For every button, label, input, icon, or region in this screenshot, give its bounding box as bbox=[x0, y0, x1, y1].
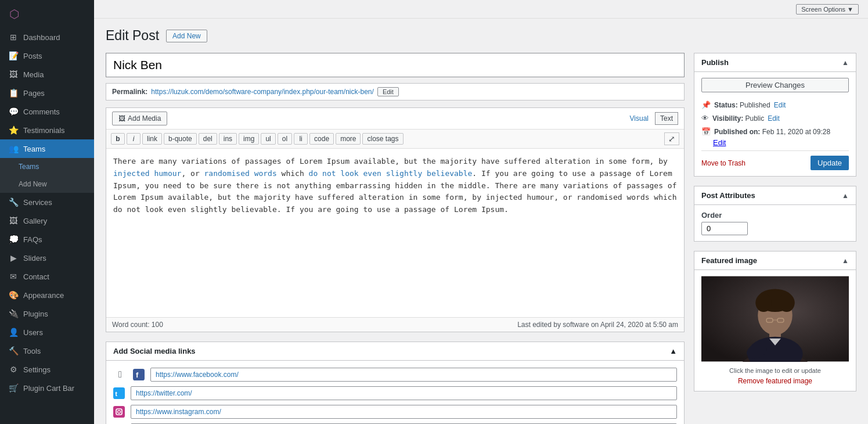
permalink-edit-button[interactable]: Edit bbox=[377, 87, 399, 96]
side-column: Publish ▲ Preview Changes 📌 Status: Publ… bbox=[694, 53, 856, 424]
bold-button[interactable]: b bbox=[111, 133, 125, 145]
featured-image-chevron-icon: ▲ bbox=[842, 257, 849, 265]
twitter-input[interactable] bbox=[131, 386, 677, 400]
sidebar-item-posts[interactable]: 📝 Posts bbox=[0, 46, 94, 65]
social-media-header[interactable]: Add Social media links ▲ bbox=[106, 342, 684, 361]
teams-submenu: Teams Add New bbox=[0, 158, 94, 193]
add-media-icon: 🖼 bbox=[118, 114, 125, 123]
status-row: 📌 Status: Published Edit bbox=[701, 98, 849, 112]
pages-icon: 📋 bbox=[8, 88, 19, 98]
view-tabs: Visual Text bbox=[625, 112, 678, 125]
close-tags-button[interactable]: close tags bbox=[362, 133, 403, 145]
social-media-content:  f t P bbox=[106, 361, 684, 424]
sidebar-item-settings[interactable]: ⚙ Settings bbox=[0, 360, 94, 379]
move-to-trash-link[interactable]: Move to Trash bbox=[701, 159, 745, 167]
topbar: Screen Options ▼ bbox=[94, 0, 868, 19]
update-button[interactable]: Update bbox=[811, 156, 849, 170]
instagram-input[interactable] bbox=[131, 405, 677, 419]
publish-panel-title: Publish bbox=[701, 58, 729, 67]
sidebar-item-contact[interactable]: ✉ Contact bbox=[0, 267, 94, 286]
svg-rect-4 bbox=[113, 406, 125, 418]
preview-changes-button[interactable]: Preview Changes bbox=[701, 78, 849, 92]
editor-toolbar-top: 🖼 Add Media Visual Text bbox=[106, 108, 684, 130]
text-tab[interactable]: Text bbox=[655, 112, 678, 125]
sidebar: ⬡ ⊞ Dashboard 📝 Posts 🖼 Media 📋 Pages 💬 … bbox=[0, 0, 94, 424]
instagram-svg-icon bbox=[113, 406, 125, 418]
sidebar-logo: ⬡ bbox=[0, 0, 94, 28]
svg-text:t: t bbox=[115, 390, 117, 397]
editor-footer: Word count: 100 Last edited by software … bbox=[106, 317, 684, 332]
more-button[interactable]: more bbox=[336, 133, 361, 145]
publish-chevron-icon: ▲ bbox=[842, 59, 849, 67]
post-attributes-title: Post Attributes bbox=[701, 191, 755, 200]
post-attributes-content: Order bbox=[694, 205, 856, 241]
sidebar-item-testimonials[interactable]: ⭐ Testimonials bbox=[0, 121, 94, 139]
featured-image-description: Click the image to edit or update bbox=[701, 367, 849, 374]
ins-button[interactable]: ins bbox=[219, 133, 237, 145]
order-input[interactable] bbox=[701, 222, 748, 235]
permalink-url[interactable]: https://luzuk.com/demo/software-company/… bbox=[151, 88, 374, 96]
sidebar-item-gallery[interactable]: 🖼 Gallery bbox=[0, 211, 94, 230]
editor-content[interactable]: There are many variations of passages of… bbox=[106, 149, 684, 317]
ol-button[interactable]: ol bbox=[278, 133, 292, 145]
sidebar-item-sliders[interactable]: ▶ Sliders bbox=[0, 249, 94, 267]
gallery-icon: 🖼 bbox=[8, 216, 19, 225]
page-header: Edit Post Add New bbox=[106, 28, 856, 44]
link-button[interactable]: link bbox=[142, 133, 162, 145]
sidebar-item-dashboard[interactable]: ⊞ Dashboard bbox=[0, 28, 94, 46]
sidebar-item-appearance[interactable]: 🎨 Appearance bbox=[0, 286, 94, 304]
plugins-icon: 🔌 bbox=[8, 309, 19, 318]
cart-icon: 🛒 bbox=[8, 383, 19, 393]
remove-featured-image-link[interactable]: Remove featured image bbox=[738, 377, 812, 385]
svg-point-13 bbox=[755, 293, 772, 312]
featured-image-svg bbox=[701, 276, 849, 362]
sliders-icon: ▶ bbox=[8, 253, 19, 263]
sidebar-item-media[interactable]: 🖼 Media bbox=[0, 65, 94, 84]
settings-icon: ⚙ bbox=[8, 365, 19, 374]
code-button[interactable]: code bbox=[309, 133, 334, 145]
post-attributes-header[interactable]: Post Attributes ▲ bbox=[694, 186, 856, 205]
users-icon: 👤 bbox=[8, 328, 19, 337]
status-icon: 📌 bbox=[701, 100, 711, 109]
del-button[interactable]: del bbox=[199, 133, 217, 145]
visibility-edit-link[interactable]: Edit bbox=[768, 114, 780, 123]
testimonials-icon: ⭐ bbox=[8, 125, 19, 135]
sidebar-item-teams-add-new[interactable]: Add New bbox=[0, 175, 94, 193]
fullscreen-button[interactable]: ⤢ bbox=[664, 132, 679, 145]
featured-image-content: Click the image to edit or update Remove… bbox=[694, 270, 856, 391]
sidebar-item-plugin-cart-bar[interactable]: 🛒 Plugin Cart Bar bbox=[0, 379, 94, 397]
img-button[interactable]: img bbox=[239, 133, 259, 145]
italic-button[interactable]: i bbox=[127, 133, 141, 145]
sidebar-item-tools[interactable]: 🔨 Tools bbox=[0, 342, 94, 360]
add-new-button[interactable]: Add New bbox=[166, 30, 207, 42]
editor-buttons: b i link b-quote del ins img ul ol li co… bbox=[106, 130, 684, 149]
main-column: Permalink: https://luzuk.com/demo/softwa… bbox=[106, 53, 685, 424]
visual-tab[interactable]: Visual bbox=[625, 112, 654, 125]
editor-text: There are many variations of passages of… bbox=[113, 157, 677, 214]
screen-options-button[interactable]: Screen Options ▼ bbox=[796, 4, 859, 15]
sidebar-item-faqs[interactable]: 💭 FAQs bbox=[0, 230, 94, 249]
add-media-button[interactable]: 🖼 Add Media bbox=[112, 112, 167, 125]
sidebar-item-teams-all[interactable]: Teams bbox=[0, 158, 94, 175]
publish-panel: Publish ▲ Preview Changes 📌 Status: Publ… bbox=[694, 53, 856, 177]
svg-point-14 bbox=[779, 293, 795, 312]
ul-button[interactable]: ul bbox=[261, 133, 275, 145]
published-edit-link[interactable]: Edit bbox=[713, 138, 726, 147]
visibility-label: Visibility: Public bbox=[712, 114, 764, 123]
sidebar-item-users[interactable]: 👤 Users bbox=[0, 323, 94, 342]
sidebar-item-pages[interactable]: 📋 Pages bbox=[0, 84, 94, 102]
featured-image-title: Featured image bbox=[701, 256, 757, 265]
sidebar-item-plugins[interactable]: 🔌 Plugins bbox=[0, 304, 94, 323]
facebook-input[interactable] bbox=[150, 368, 677, 382]
post-title-input[interactable] bbox=[106, 53, 685, 77]
sidebar-item-services[interactable]: 🔧 Services bbox=[0, 193, 94, 211]
li-button[interactable]: li bbox=[294, 133, 308, 145]
sidebar-item-teams[interactable]: 👥 Teams bbox=[0, 139, 94, 158]
publish-panel-header[interactable]: Publish ▲ bbox=[694, 53, 856, 72]
status-edit-link[interactable]: Edit bbox=[774, 101, 786, 109]
facebook-svg-icon: f bbox=[133, 369, 145, 380]
bquote-button[interactable]: b-quote bbox=[164, 133, 197, 145]
featured-image-preview[interactable] bbox=[701, 276, 849, 364]
featured-image-header[interactable]: Featured image ▲ bbox=[694, 251, 856, 270]
sidebar-item-comments[interactable]: 💬 Comments bbox=[0, 102, 94, 121]
